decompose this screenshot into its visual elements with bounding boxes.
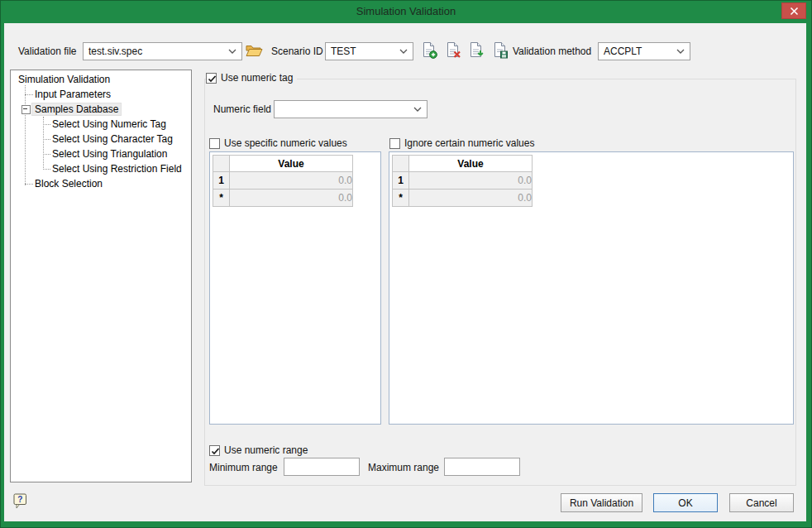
ignore-certain-numeric-values-checkbox[interactable]: Ignore certain numeric values <box>389 137 538 149</box>
row-header: 1 <box>393 172 409 190</box>
validation-file-value: test.siv.spec <box>84 46 228 57</box>
open-file-button[interactable] <box>245 43 263 60</box>
tree-item-block-selection[interactable]: Block Selection <box>35 176 103 191</box>
use-specific-numeric-values-checkbox[interactable]: Use specific numeric values <box>209 137 351 149</box>
scenario-id-value: TEST <box>326 46 399 57</box>
validation-file-combobox[interactable]: test.siv.spec <box>83 42 242 60</box>
value-cell[interactable]: 0.0 <box>409 190 533 207</box>
close-button[interactable] <box>781 2 806 19</box>
chevron-down-icon <box>399 49 408 54</box>
tree-guide-line <box>43 154 50 155</box>
svg-text:?: ? <box>17 495 22 504</box>
chevron-down-icon <box>676 49 685 54</box>
tree-item-select-using-numeric-tag[interactable]: Select Using Numeric Tag <box>52 117 166 132</box>
table-row[interactable]: 1 0.0 <box>213 172 353 190</box>
numeric-field-combobox[interactable] <box>274 100 427 118</box>
tree-item-simulation-validation[interactable]: Simulation Validation <box>18 72 110 87</box>
checkbox-checked-icon <box>206 73 217 84</box>
delete-document-icon <box>446 41 461 59</box>
value-column-header: Value <box>409 156 533 172</box>
table-row[interactable]: 1 0.0 <box>393 172 533 190</box>
cancel-button[interactable]: Cancel <box>729 493 794 512</box>
import-scenario-button[interactable] <box>468 41 485 60</box>
validation-method-value: ACCPLT <box>599 46 676 57</box>
scenario-id-combobox[interactable]: TEST <box>325 42 413 60</box>
minimum-range-input[interactable] <box>284 458 360 476</box>
import-document-icon <box>469 41 485 59</box>
validation-file-label: Validation file <box>18 46 77 57</box>
run-validation-button[interactable]: Run Validation <box>561 493 642 512</box>
specific-values-table-panel[interactable]: Value 1 0.0 * 0.0 <box>209 151 381 425</box>
delete-scenario-button[interactable] <box>445 41 461 60</box>
tree-item-select-using-character-tag[interactable]: Select Using Character Tag <box>52 132 173 146</box>
ok-button[interactable]: OK <box>653 493 718 512</box>
row-header: * <box>213 190 230 207</box>
validation-method-label: Validation method <box>513 46 591 57</box>
tree-guide-line <box>25 85 26 185</box>
table-corner-cell <box>213 156 230 172</box>
new-document-icon <box>422 41 437 59</box>
dialog-content: Validation file test.siv.spec Scenario I… <box>4 23 806 521</box>
checkbox-checked-icon <box>209 445 220 456</box>
tree-guide-line <box>43 124 50 125</box>
table-corner-cell <box>393 156 409 172</box>
close-icon <box>790 7 799 16</box>
row-header: * <box>393 190 409 207</box>
chevron-down-icon <box>413 107 422 112</box>
row-header: 1 <box>213 172 230 190</box>
value-cell[interactable]: 0.0 <box>230 172 353 190</box>
window-title: Simulation Validation <box>0 5 812 17</box>
save-document-icon <box>493 41 509 59</box>
numeric-field-label: Numeric field <box>213 103 271 115</box>
maximum-range-label: Maximum range <box>368 462 439 473</box>
value-cell[interactable]: 0.0 <box>230 190 353 207</box>
navigation-tree[interactable]: Simulation Validation Input Parameters S… <box>10 70 192 482</box>
validation-method-combobox[interactable]: ACCPLT <box>598 42 690 60</box>
checkbox-unchecked-icon <box>389 138 400 149</box>
specific-values-table: Value 1 0.0 * 0.0 <box>213 155 353 207</box>
tree-guide-line <box>43 169 50 170</box>
value-column-header: Value <box>230 156 353 172</box>
tree-item-select-using-triangulation[interactable]: Select Using Triangulation <box>52 146 167 161</box>
help-button[interactable]: ? <box>13 493 28 510</box>
ignore-values-table-panel[interactable]: Value 1 0.0 * 0.0 <box>389 151 794 425</box>
scenario-id-label: Scenario ID <box>271 46 323 57</box>
checkbox-unchecked-icon <box>209 138 220 149</box>
new-scenario-button[interactable] <box>421 41 437 60</box>
help-balloon-icon: ? <box>13 493 28 510</box>
ignore-values-table: Value 1 0.0 * 0.0 <box>392 155 533 207</box>
tree-item-samples-database[interactable]: Samples Database <box>35 102 121 117</box>
tree-guide-line <box>25 184 33 185</box>
open-folder-icon <box>246 43 263 57</box>
tree-item-input-parameters[interactable]: Input Parameters <box>35 87 111 102</box>
titlebar[interactable]: Simulation Validation <box>0 0 812 23</box>
save-scenario-button[interactable] <box>492 41 509 60</box>
tree-item-select-using-restriction-field[interactable]: Select Using Restriction Field <box>52 161 182 176</box>
simulation-validation-dialog: Simulation Validation Validation file te… <box>0 0 812 528</box>
use-numeric-range-checkbox[interactable]: Use numeric range <box>209 444 312 456</box>
use-numeric-tag-checkbox[interactable]: Use numeric tag <box>206 72 297 84</box>
table-row[interactable]: * 0.0 <box>213 190 353 207</box>
chevron-down-icon <box>228 49 236 54</box>
tree-guide-line <box>25 94 33 95</box>
value-cell[interactable]: 0.0 <box>409 172 533 190</box>
table-row[interactable]: * 0.0 <box>393 190 533 207</box>
minimum-range-label: Minimum range <box>209 462 278 473</box>
maximum-range-input[interactable] <box>444 458 520 476</box>
collapse-expander-icon[interactable] <box>21 105 31 114</box>
tree-guide-line <box>43 139 50 140</box>
